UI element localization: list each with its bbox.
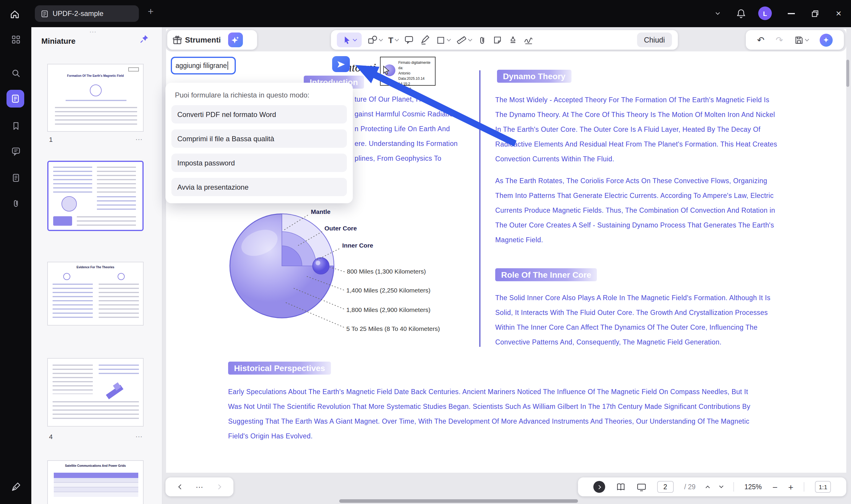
- thumbnail-page-3[interactable]: Evidence For The Theories: [47, 262, 144, 326]
- close-button[interactable]: ×: [832, 7, 846, 20]
- minimize-icon: [788, 13, 795, 14]
- save-button[interactable]: [794, 35, 809, 44]
- panel-drag-handle[interactable]: ⋯: [89, 28, 97, 36]
- tab-title: UPDF-2-sample: [53, 10, 104, 18]
- text-tool-icon: T: [388, 35, 393, 44]
- thumbnail-menu-button[interactable]: ⋯: [135, 432, 142, 441]
- vertical-scrollbar[interactable]: [846, 60, 849, 87]
- suggestion-password[interactable]: Imposta password: [171, 154, 347, 172]
- suggestion-compress[interactable]: Comprimi il file a Bassa qualità: [171, 129, 347, 148]
- prev-page-button[interactable]: [179, 485, 182, 489]
- page-number-input[interactable]: 2: [657, 481, 674, 493]
- page-down-button[interactable]: [720, 486, 723, 487]
- thumbnail-page-4[interactable]: [47, 358, 144, 427]
- minimize-button[interactable]: [784, 7, 798, 20]
- bell-icon: [736, 8, 746, 19]
- shapes-icon: [367, 35, 378, 45]
- select-tool[interactable]: [337, 33, 362, 47]
- highlighter-tool[interactable]: [420, 35, 430, 45]
- reading-mode-button[interactable]: [616, 482, 626, 492]
- page-nav-bar: ⋯: [165, 478, 233, 496]
- diagram-measure: 1,800 Miles (2,900 Kilometers): [346, 306, 431, 313]
- ai-prompt-input[interactable]: aggiungi filigrane: [171, 57, 236, 74]
- zoom-out-button[interactable]: −: [773, 482, 778, 492]
- sidebar-item-thumbnails[interactable]: [6, 90, 24, 108]
- zoom-in-button[interactable]: +: [788, 482, 793, 492]
- notifications-button[interactable]: [735, 7, 747, 20]
- actual-size-button[interactable]: 1:1: [815, 481, 831, 493]
- signature-tool[interactable]: [523, 35, 533, 45]
- stamp-icon: [508, 35, 518, 44]
- document-canvas: Antonni Firmato digitalmente da: Antonio…: [163, 27, 851, 504]
- search-icon[interactable]: [11, 68, 21, 78]
- rectangle-tool[interactable]: [436, 35, 450, 44]
- save-icon: [794, 35, 804, 44]
- suggestion-presentation[interactable]: Avvia la presentazione: [171, 178, 347, 196]
- expand-panel-button[interactable]: [593, 481, 605, 493]
- dynamo-paragraph-1: The Most Widely - Accepted Theory For Th…: [495, 93, 777, 167]
- comments-icon[interactable]: [11, 146, 21, 157]
- home-button[interactable]: [8, 8, 21, 21]
- pages-icon: [11, 94, 20, 103]
- close-toolbar-button[interactable]: Chiudi: [637, 33, 672, 47]
- apps-grid-icon[interactable]: [11, 34, 21, 45]
- presentation-mode-button[interactable]: [636, 482, 647, 492]
- measure-tool[interactable]: [456, 35, 471, 45]
- suggestion-convert-word[interactable]: Converti PDF nel formato Word: [171, 105, 347, 124]
- ai-assistant-button[interactable]: [228, 33, 242, 47]
- bookmark-icon[interactable]: [11, 121, 21, 131]
- column-divider: [479, 70, 480, 347]
- app-window: UPDF-2-sample + L ×: [0, 0, 851, 504]
- comment-tool[interactable]: [404, 35, 414, 45]
- ai-suggestions-dropdown: Puoi formulare la richiesta in questo mo…: [165, 83, 353, 203]
- ai-quick-button[interactable]: [820, 33, 833, 47]
- document-outline-icon[interactable]: [11, 173, 21, 183]
- horizontal-scrollbar[interactable]: [339, 499, 578, 503]
- undo-icon[interactable]: ↶: [757, 35, 764, 45]
- zoom-level-label[interactable]: 125%: [744, 483, 762, 490]
- more-pages-button[interactable]: ⋯: [196, 482, 203, 491]
- new-tab-button[interactable]: +: [148, 6, 153, 18]
- redo-icon[interactable]: ↷: [776, 35, 783, 45]
- attachments-icon[interactable]: [11, 198, 21, 209]
- historical-paragraph: Early Speculations About The Earth's Mag…: [228, 385, 750, 444]
- pen-tool-icon[interactable]: [11, 482, 21, 492]
- comment-icon: [404, 35, 414, 45]
- diagram-measure: 5 To 25 Miles (8 To 40 Kilometers): [346, 325, 440, 332]
- page-up-button[interactable]: [706, 485, 709, 489]
- next-page-button[interactable]: [217, 485, 220, 489]
- ai-prompt-text: aggiungi filigrane: [176, 62, 227, 69]
- thumbnail-number: 1: [49, 136, 53, 143]
- thumbnail-page-2[interactable]: [47, 161, 144, 231]
- sticker-tool[interactable]: [493, 35, 502, 44]
- shapes-tool[interactable]: [367, 35, 382, 45]
- tools-button[interactable]: Strumenti: [185, 35, 221, 44]
- diagram-label-mantle: Mantle: [311, 208, 331, 215]
- document-tab[interactable]: UPDF-2-sample: [35, 5, 139, 22]
- section-heading-inner-core: Role Of The Inner Core: [495, 268, 597, 281]
- thumbnail-menu-button[interactable]: ⋯: [135, 135, 142, 144]
- pin-icon[interactable]: [140, 34, 150, 45]
- send-icon: [336, 59, 346, 69]
- stamp-tool[interactable]: [508, 35, 518, 44]
- text-caret: [228, 61, 229, 70]
- suggestions-title: Puoi formulare la richiesta in questo mo…: [175, 91, 343, 99]
- titlebar-chevron-down-icon[interactable]: [711, 7, 724, 20]
- page-total-label: / 29: [684, 483, 695, 490]
- diagram-label-inner-core: Inner Core: [342, 242, 373, 249]
- maximize-button[interactable]: [808, 7, 822, 20]
- ai-sparkle-icon: [231, 35, 240, 44]
- main-toolbar: T: [331, 30, 678, 50]
- thumbnail-page-5[interactable]: Satellite Communications And Power Grids: [47, 460, 144, 504]
- intro-line: plines, From Geophysics To: [355, 155, 441, 162]
- maximize-icon: [810, 9, 820, 18]
- text-tool[interactable]: T: [388, 35, 398, 44]
- status-bar: 2 / 29 125% − + 1:1: [578, 478, 846, 496]
- signature-icon: [523, 35, 533, 45]
- diagram-measure: 800 Miles (1,300 Kilometers): [347, 268, 426, 275]
- panel-title: Miniature: [41, 37, 76, 46]
- thumbnail-page-1[interactable]: Formation Of The Earth's Magnetic Field: [47, 64, 144, 132]
- send-button[interactable]: [332, 56, 350, 72]
- attach-tool[interactable]: [477, 35, 487, 44]
- user-avatar[interactable]: L: [758, 6, 772, 20]
